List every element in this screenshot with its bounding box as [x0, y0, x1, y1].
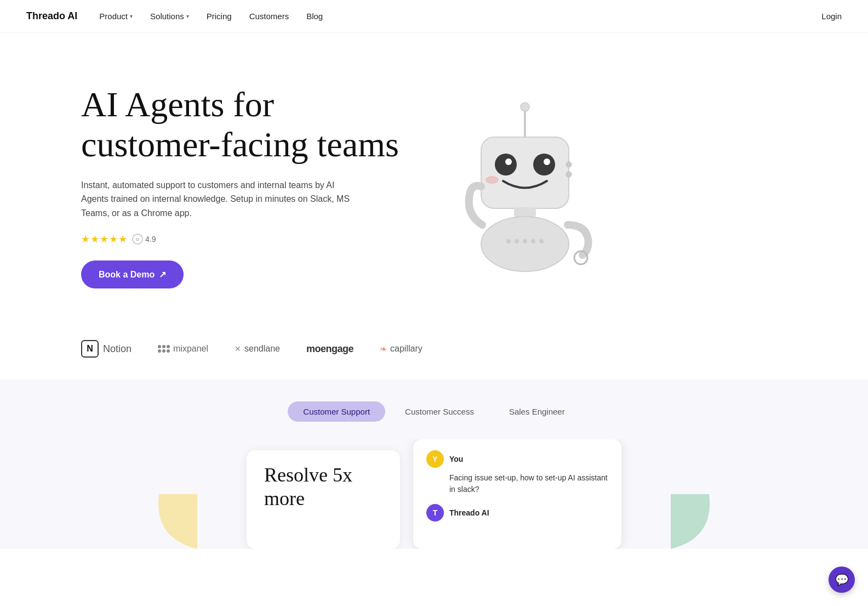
- sendlane-logo: ✕ sendlane: [235, 344, 280, 354]
- nav-links: Product ▾ Solutions ▾ Pricing Customers …: [99, 12, 821, 21]
- tabs-content: Resolve 5x more Y You Facing issue set-u…: [0, 439, 868, 549]
- nav-pricing[interactable]: Pricing: [207, 12, 232, 21]
- tab-customer-support[interactable]: Customer Support: [288, 401, 385, 422]
- deco-shape-left-icon: [153, 494, 197, 549]
- moengage-logo: moengage: [306, 343, 353, 355]
- svg-point-6: [544, 158, 550, 165]
- svg-point-13: [515, 239, 519, 243]
- bot-row: T Threado AI: [426, 504, 608, 522]
- svg-point-12: [506, 239, 511, 243]
- login-button[interactable]: Login: [821, 12, 842, 21]
- logos-section: N Notion mixpanel ✕ sendlane moengage ❧ …: [0, 329, 868, 380]
- tab-customer-success[interactable]: Customer Success: [390, 401, 489, 422]
- svg-point-9: [566, 172, 572, 177]
- robot-svg: [437, 93, 613, 280]
- sendlane-x-icon: ✕: [235, 344, 241, 353]
- nav-blog[interactable]: Blog: [306, 12, 323, 21]
- sendlane-label: sendlane: [244, 344, 280, 354]
- svg-point-5: [505, 158, 512, 165]
- mixpanel-label: mixpanel: [173, 344, 208, 354]
- tabs-section: Customer Support Customer Success Sales …: [0, 380, 868, 549]
- nav-product[interactable]: Product ▾: [99, 12, 133, 21]
- rating-circle-icon: G: [132, 234, 143, 245]
- nav-solutions[interactable]: Solutions ▾: [150, 12, 189, 21]
- chat-user-row: Y You: [426, 450, 608, 468]
- svg-point-8: [566, 162, 572, 167]
- hero-rating: ★★★★★ G 4.9: [81, 233, 410, 245]
- capillary-label: capillary: [390, 344, 422, 354]
- svg-point-16: [539, 239, 544, 243]
- bot-avatar: T: [426, 504, 444, 522]
- svg-point-7: [486, 176, 499, 184]
- rating-value: 4.9: [145, 235, 156, 243]
- book-demo-button[interactable]: Book a Demo ↗: [81, 260, 184, 288]
- svg-point-4: [533, 154, 555, 175]
- svg-rect-2: [481, 137, 569, 208]
- resolve-card: Resolve 5x more: [247, 450, 400, 549]
- notion-label: Notion: [103, 343, 132, 355]
- mixpanel-dots-icon: [158, 345, 170, 353]
- user-avatar: Y: [426, 450, 444, 468]
- capillary-heart-icon: ❧: [380, 344, 387, 354]
- hero-section: AI Agents for customer-facing teams Inst…: [0, 33, 868, 329]
- logo[interactable]: Threado AI: [26, 10, 77, 22]
- hero-robot-image: [410, 93, 640, 280]
- svg-point-11: [481, 217, 569, 271]
- chat-card: Y You Facing issue set-up, how to set-up…: [413, 439, 621, 549]
- nav-customers[interactable]: Customers: [249, 12, 289, 21]
- chevron-down-icon: ▾: [186, 13, 189, 19]
- svg-point-1: [521, 103, 529, 111]
- chevron-down-icon: ▾: [130, 13, 133, 19]
- svg-point-14: [523, 239, 527, 243]
- star-icons: ★★★★★: [81, 233, 128, 245]
- hero-subtitle: Instant, automated support to customers …: [81, 178, 355, 220]
- chat-user-name: You: [449, 455, 463, 463]
- hero-content: AI Agents for customer-facing teams Inst…: [81, 84, 410, 289]
- rating-badge: G 4.9: [132, 234, 156, 245]
- deco-shape-right-icon: [671, 494, 715, 549]
- bot-name: Threado AI: [449, 508, 489, 517]
- capillary-logo: ❧ capillary: [380, 344, 422, 354]
- hero-title: AI Agents for customer-facing teams: [81, 84, 410, 165]
- user-message: Facing issue set-up, how to set-up AI as…: [426, 472, 608, 495]
- tab-sales-engineer[interactable]: Sales Engineer: [494, 401, 580, 422]
- tabs-bar: Customer Support Customer Success Sales …: [0, 401, 868, 422]
- resolve-title: Resolve 5x more: [264, 463, 382, 511]
- notion-logo: N Notion: [81, 340, 132, 358]
- svg-point-3: [495, 154, 517, 175]
- svg-point-15: [531, 239, 535, 243]
- notion-icon: N: [81, 340, 99, 358]
- mixpanel-logo: mixpanel: [158, 344, 208, 354]
- navbar: Threado AI Product ▾ Solutions ▾ Pricing…: [0, 0, 868, 33]
